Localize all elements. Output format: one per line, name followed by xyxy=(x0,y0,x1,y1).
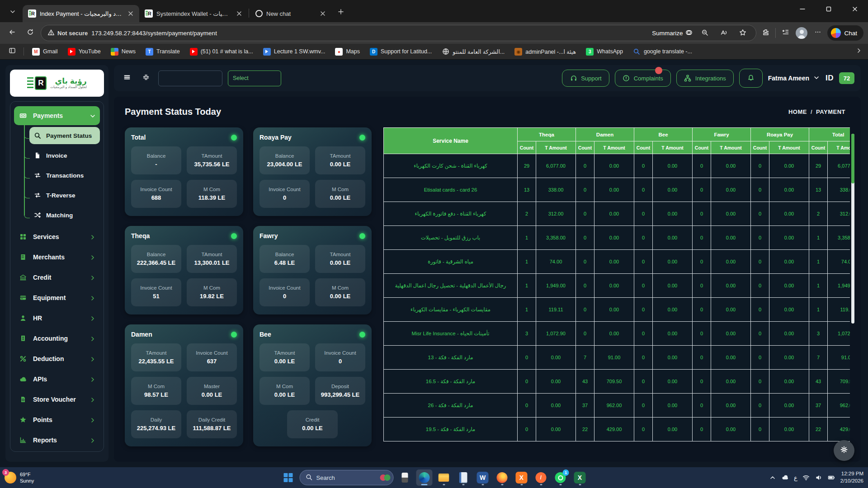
volume-icon[interactable] xyxy=(815,474,823,482)
bookmark-eagle[interactable]: ◉adminPanel -...هيئة ا xyxy=(511,46,580,57)
tab-close-button[interactable] xyxy=(235,9,243,18)
sidebar-item-reports[interactable]: Reports xyxy=(14,431,100,450)
battery-icon[interactable] xyxy=(828,474,835,482)
sidebar-panel-button[interactable] xyxy=(5,46,19,57)
profile-button[interactable] xyxy=(795,26,808,40)
tray-chevron-up-icon[interactable] xyxy=(769,474,776,482)
favorite-star-button[interactable] xyxy=(736,26,750,40)
taskbar-app-edge[interactable] xyxy=(416,469,433,486)
sidebar-item-equipment[interactable]: Equipment xyxy=(14,288,100,307)
sidebar-subitem-invoice[interactable]: Invoice xyxy=(29,147,100,164)
integrations-button[interactable]: Integrations xyxy=(676,70,734,87)
minimize-button[interactable] xyxy=(789,0,816,20)
sidebar-item-hr[interactable]: HR xyxy=(14,309,100,328)
sidebar-item-payments[interactable]: Payments xyxy=(14,106,100,125)
start-button[interactable] xyxy=(280,469,297,486)
tab-search-button[interactable] xyxy=(4,5,22,20)
close-button[interactable] xyxy=(842,0,868,20)
sidebar-item-apis[interactable]: APIs xyxy=(14,370,100,389)
taskbar-app-notepad[interactable] xyxy=(455,469,472,486)
weather-widget[interactable]: 3 69°F Sunny xyxy=(5,471,34,484)
sidebar-item-merchants[interactable]: Merchants xyxy=(14,248,100,267)
zoom-out-button[interactable] xyxy=(698,26,712,40)
taskbar-app-firefox[interactable] xyxy=(494,469,510,486)
table-scrollbar-thumb[interactable] xyxy=(851,134,854,183)
sidebar-item-deduction[interactable]: Deduction xyxy=(14,349,100,368)
cell-value: 22 xyxy=(576,418,594,441)
taskbar-app-file-explorer[interactable] xyxy=(436,469,452,486)
support-button[interactable]: Support xyxy=(562,70,609,87)
wifi-icon[interactable] xyxy=(802,474,810,482)
sidebar-item-accounting[interactable]: Accounting xyxy=(14,329,100,348)
taskbar-app-postman[interactable]: / xyxy=(533,469,549,486)
bookmark-dell[interactable]: DSupport for Latitud... xyxy=(366,46,435,57)
browser-tab[interactable]: RIndex Payment - السداد والبرمجيات xyxy=(23,5,139,22)
address-bar[interactable]: Not secure 173.249.58.27:8443/system/pay… xyxy=(41,25,756,41)
brand-logo[interactable]: R رؤية باي لحلول السداد و البرمجيات xyxy=(10,70,104,97)
complaints-button[interactable]: Complaints xyxy=(615,70,671,87)
back-button[interactable] xyxy=(5,25,20,41)
url-text[interactable]: 173.249.58.27:8443/system/payment/paymen… xyxy=(91,30,648,37)
onedrive-cloud-icon[interactable] xyxy=(781,474,789,482)
bookmark-translate[interactable]: TTranslate xyxy=(142,46,184,57)
bookmark-gmail[interactable]: MGmail xyxy=(28,46,61,57)
tab-close-button[interactable] xyxy=(319,9,327,18)
taskbar-search[interactable]: Search xyxy=(300,470,394,485)
bookmark-news[interactable]: News xyxy=(107,46,139,57)
bookmarks-overflow-button[interactable] xyxy=(855,47,863,56)
sidebar-item-store-voucher[interactable]: Store Voucher xyxy=(14,390,100,409)
sidebar-item-system-setting[interactable]: System Setting xyxy=(14,451,100,452)
stat-m-com: M Com0.00 LE xyxy=(259,377,310,405)
taskbar-app-phone-link[interactable] xyxy=(397,469,413,486)
browser-tab[interactable]: New chat xyxy=(250,5,331,22)
taskbar-app-xampp[interactable]: X xyxy=(514,469,530,486)
table-scrollbar[interactable] xyxy=(851,134,854,324)
taskbar-app-whatsapp[interactable]: 1 xyxy=(552,469,569,486)
read-aloud-button[interactable] xyxy=(717,26,731,40)
menu-toggle-button[interactable] xyxy=(120,71,134,85)
summarize-button[interactable]: Summarize xyxy=(652,29,693,38)
compress-button[interactable] xyxy=(139,71,153,85)
stat-value: 0.00 LE xyxy=(330,194,351,201)
settings-fab[interactable] xyxy=(834,440,854,461)
notifications-button[interactable] xyxy=(739,69,763,88)
bookmark-globe[interactable]: الشركة العامة للمنتو... xyxy=(438,46,508,57)
copilot-chat-button[interactable]: Chat xyxy=(827,25,863,41)
table-row: رجال الأعمال الدقهلية - تحصيل رجال اعمال… xyxy=(384,274,850,298)
tab-close-button[interactable] xyxy=(127,9,135,18)
sidebar-subitem-matching[interactable]: Matching xyxy=(29,206,100,224)
bookmark-maps[interactable]: ●Maps xyxy=(331,46,363,57)
user-menu[interactable]: Fatma Ameen xyxy=(768,74,820,83)
sidebar-item-credit[interactable]: Credit xyxy=(14,268,100,287)
col-sub-count: Count xyxy=(751,141,769,154)
favorites-bar-button[interactable] xyxy=(778,26,792,40)
taskbar-app-excel[interactable]: X xyxy=(572,469,588,486)
sidebar-subitem-t-reverse[interactable]: T-Reverse xyxy=(29,187,100,204)
new-tab-button[interactable] xyxy=(333,6,349,19)
cell-service: مقايسات الكهرباء - مقايسات الكهرباء xyxy=(384,298,518,322)
bookmark-video[interactable]: (51) 01 # what is la... xyxy=(186,46,257,57)
security-warning[interactable]: Not secure xyxy=(47,29,88,38)
sidebar-subitem-transactions[interactable]: Transactions xyxy=(29,167,100,184)
bookmark-lecture[interactable]: Lecture 1 SW.wmv... xyxy=(259,46,329,57)
browser-tab[interactable]: RSystemindex Wallet - السداد والبرمجيات xyxy=(139,5,248,22)
sidebar-item-points[interactable]: Points xyxy=(14,410,100,429)
cell-value: 0 xyxy=(576,226,594,250)
app-header: Select Support Complaints Integrations F… xyxy=(114,65,861,91)
header-select[interactable]: Select xyxy=(228,70,281,86)
bookmark-search-blue[interactable]: google translate -... xyxy=(629,46,696,57)
clock[interactable]: 12:29 PM 2/10/2026 xyxy=(840,470,863,484)
cell-value: 0.00 xyxy=(536,394,576,418)
refresh-button[interactable] xyxy=(23,25,38,41)
breadcrumb-home[interactable]: HOME xyxy=(788,108,807,115)
extensions-button[interactable] xyxy=(759,26,773,40)
sidebar-subitem-payment-status[interactable]: Payment Status xyxy=(29,127,100,144)
settings-menu-button[interactable] xyxy=(811,26,825,40)
language-indicator[interactable]: ع xyxy=(794,474,797,481)
header-search-input[interactable] xyxy=(158,70,222,86)
sidebar-item-services[interactable]: Services xyxy=(14,227,100,246)
bookmark-whatsapp[interactable]: 3WhatsApp xyxy=(582,46,627,57)
maximize-button[interactable] xyxy=(816,0,842,20)
bookmark-youtube[interactable]: YouTube xyxy=(64,46,104,57)
taskbar-app-word[interactable]: W xyxy=(475,469,491,486)
